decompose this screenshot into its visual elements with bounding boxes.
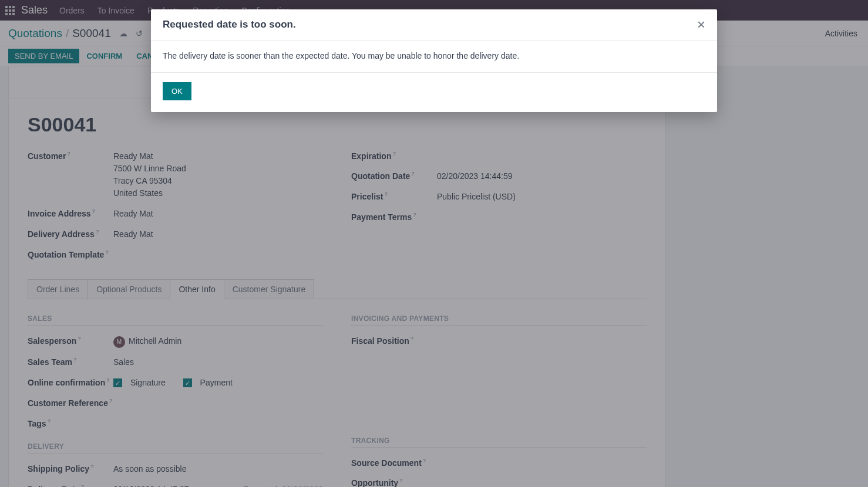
warning-dialog: Requested date is too soon. × The delive… bbox=[151, 9, 717, 112]
dialog-title: Requested date is too soon. bbox=[163, 19, 697, 31]
ok-button[interactable]: Ok bbox=[163, 82, 191, 100]
dialog-body: The delivery date is sooner than the exp… bbox=[151, 40, 717, 72]
close-icon[interactable]: × bbox=[697, 18, 705, 32]
